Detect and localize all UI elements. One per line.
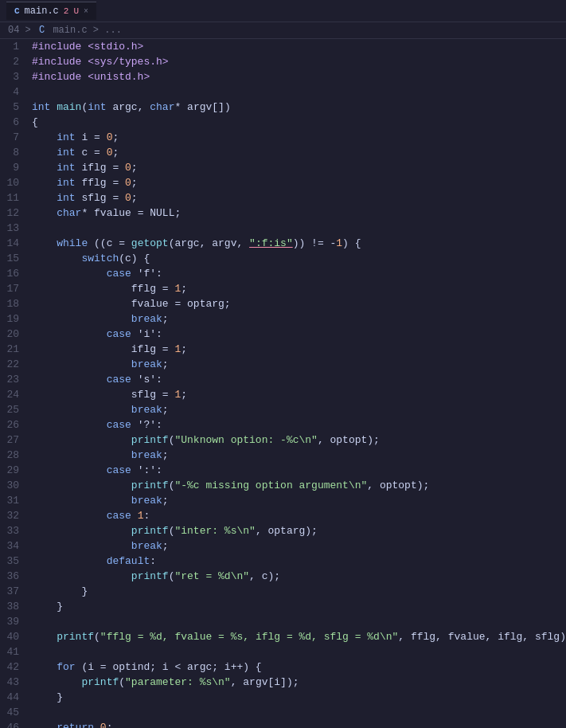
tab-filename: main.c: [25, 6, 59, 17]
code-line: printf("fflg = %d, fvalue = %s, iflg = %…: [32, 629, 563, 644]
line-number: 43: [6, 675, 19, 690]
line-number: 45: [6, 705, 19, 720]
code-line: sflg = 1;: [32, 387, 563, 402]
title-bar: C main.c 2 U ×: [0, 0, 566, 22]
line-number: 33: [6, 523, 19, 538]
line-number: 40: [6, 629, 19, 644]
code-line: }: [32, 599, 563, 614]
line-number: 46: [6, 720, 19, 728]
code-line: switch(c) {: [32, 251, 563, 266]
line-number: 1: [6, 39, 19, 54]
code-line: {: [32, 115, 563, 130]
code-line: printf("parameter: %s\n", argv[i]);: [32, 675, 563, 690]
line-number: 24: [6, 387, 19, 402]
code-line: int main(int argc, char* argv[]): [32, 100, 563, 115]
code-line: int fflg = 0;: [32, 175, 563, 190]
line-number: 21: [6, 342, 19, 357]
line-number: 20: [6, 327, 19, 342]
code-line: char* fvalue = NULL;: [32, 205, 563, 221]
code-line: iflg = 1;: [32, 342, 563, 357]
line-number: 5: [6, 100, 19, 115]
code-line: case '?':: [32, 417, 563, 432]
code-line: break;: [32, 357, 563, 372]
line-number: 42: [6, 660, 19, 675]
code-line: int i = 0;: [32, 130, 563, 145]
code-line: break;: [32, 311, 563, 327]
code-line: case 'f':: [32, 266, 563, 281]
line-number: 39: [6, 614, 19, 629]
line-number: 32: [6, 508, 19, 523]
line-number: 35: [6, 554, 19, 569]
line-number: 12: [6, 205, 19, 221]
code-line: printf("Unknown option: -%c\n", optopt);: [32, 432, 563, 448]
line-numbers: 1234567891011121314151617181920212223242…: [0, 39, 29, 728]
code-line: [32, 705, 563, 720]
line-number: 9: [6, 160, 19, 175]
c-language-icon: C: [14, 6, 20, 16]
code-line: default:: [32, 554, 563, 569]
line-number: 36: [6, 569, 19, 584]
line-number: 30: [6, 478, 19, 493]
line-number: 16: [6, 266, 19, 281]
line-number: 13: [6, 221, 19, 236]
code-line: [32, 84, 563, 100]
close-tab-icon[interactable]: ×: [84, 7, 88, 16]
line-number: 15: [6, 251, 19, 266]
line-number: 44: [6, 690, 19, 705]
code-line: }: [32, 584, 563, 599]
line-number: 3: [6, 69, 19, 84]
code-line: int c = 0;: [32, 145, 563, 160]
line-number: 29: [6, 463, 19, 478]
code-line: int sflg = 0;: [32, 190, 563, 205]
tab-modification: 2: [64, 6, 69, 16]
code-line: #include <unistd.h>: [32, 69, 563, 84]
line-number: 25: [6, 402, 19, 417]
code-line: break;: [32, 402, 563, 417]
editor-tab[interactable]: C main.c 2 U ×: [6, 2, 96, 20]
line-number: 11: [6, 190, 19, 205]
line-number: 38: [6, 599, 19, 614]
code-line: break;: [32, 448, 563, 463]
code-line: int iflg = 0;: [32, 160, 563, 175]
code-content[interactable]: #include <stdio.h>#include <sys/types.h>…: [29, 39, 566, 728]
line-number: 31: [6, 493, 19, 508]
code-line: case ':':: [32, 463, 563, 478]
code-line: break;: [32, 538, 563, 554]
line-number: 8: [6, 145, 19, 160]
code-line: fvalue = optarg;: [32, 296, 563, 311]
line-number: 22: [6, 357, 19, 372]
code-line: case 'i':: [32, 327, 563, 342]
line-number: 14: [6, 236, 19, 251]
line-number: 18: [6, 296, 19, 311]
line-number: 10: [6, 175, 19, 190]
line-number: 4: [6, 84, 19, 100]
line-number: 23: [6, 372, 19, 387]
line-number: 27: [6, 432, 19, 448]
code-line: while ((c = getopt(argc, argv, ":f:is"))…: [32, 236, 563, 251]
code-line: #include <sys/types.h>: [32, 54, 563, 69]
line-number: 34: [6, 538, 19, 554]
code-line: printf("-%c missing option argument\n", …: [32, 478, 563, 493]
code-line: break;: [32, 493, 563, 508]
breadcrumb-text: 04 > C main.c > ...: [8, 25, 122, 36]
tab-unsaved: U: [73, 6, 79, 16]
code-line: case 1:: [32, 508, 563, 523]
line-number: 17: [6, 281, 19, 296]
line-number: 41: [6, 644, 19, 660]
code-line: #include <stdio.h>: [32, 39, 563, 54]
code-line: fflg = 1;: [32, 281, 563, 296]
line-number: 28: [6, 448, 19, 463]
code-line: for (i = optind; i < argc; i++) {: [32, 660, 563, 675]
code-line: [32, 614, 563, 629]
line-number: 26: [6, 417, 19, 432]
code-line: [32, 644, 563, 660]
code-line: [32, 221, 563, 236]
line-number: 7: [6, 130, 19, 145]
breadcrumb: 04 > C main.c > ...: [0, 22, 566, 39]
line-number: 37: [6, 584, 19, 599]
code-line: }: [32, 690, 563, 705]
code-editor: 1234567891011121314151617181920212223242…: [0, 39, 566, 728]
line-number: 2: [6, 54, 19, 69]
line-number: 6: [6, 115, 19, 130]
code-line: return 0;: [32, 720, 563, 728]
